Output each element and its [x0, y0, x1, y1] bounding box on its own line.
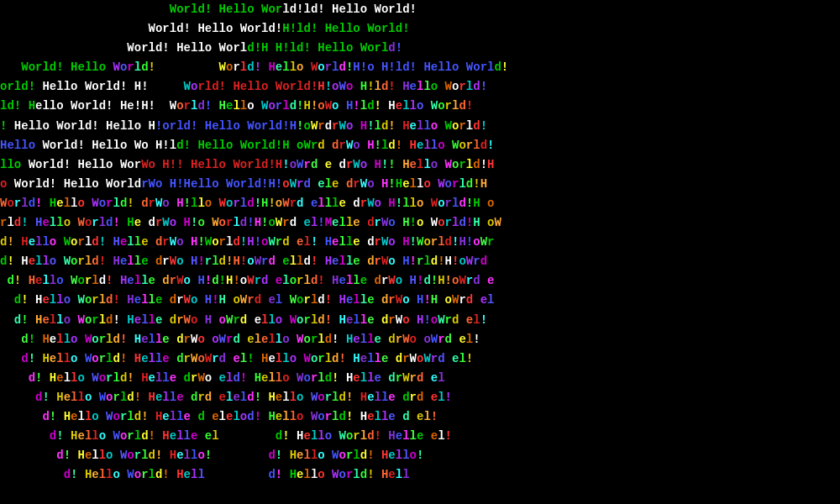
text-art: World! Hello World!ld! Hello World! Worl…	[0, 0, 840, 504]
main-canvas: World! Hello World!ld! Hello World! Worl…	[0, 0, 840, 504]
